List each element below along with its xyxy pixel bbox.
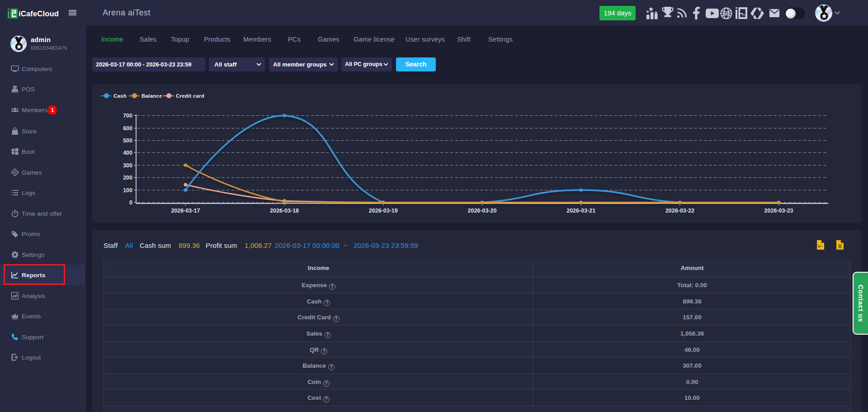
svg-text:600: 600 bbox=[123, 125, 132, 132]
svg-text:2026-03-22: 2026-03-22 bbox=[665, 208, 694, 214]
svg-text:2026-03-18: 2026-03-18 bbox=[270, 208, 299, 214]
svg-text:2026-03-21: 2026-03-21 bbox=[566, 208, 595, 214]
svg-text:2026-03-23: 2026-03-23 bbox=[764, 208, 793, 214]
svg-text:0: 0 bbox=[129, 199, 132, 206]
svg-text:300: 300 bbox=[123, 162, 132, 169]
svg-text:400: 400 bbox=[123, 150, 132, 156]
svg-text:PLATINUM: PLATINUM bbox=[819, 6, 829, 8]
svg-text:2026-03-17: 2026-03-17 bbox=[171, 208, 200, 214]
svg-text:2026-03-20: 2026-03-20 bbox=[468, 208, 497, 214]
svg-text:700: 700 bbox=[123, 113, 132, 119]
svg-text:PLATINUM: PLATINUM bbox=[14, 37, 24, 39]
svg-text:100: 100 bbox=[123, 187, 132, 194]
svg-text:2026-03-19: 2026-03-19 bbox=[369, 208, 398, 214]
svg-text:500: 500 bbox=[123, 137, 132, 144]
svg-text:200: 200 bbox=[123, 175, 132, 181]
